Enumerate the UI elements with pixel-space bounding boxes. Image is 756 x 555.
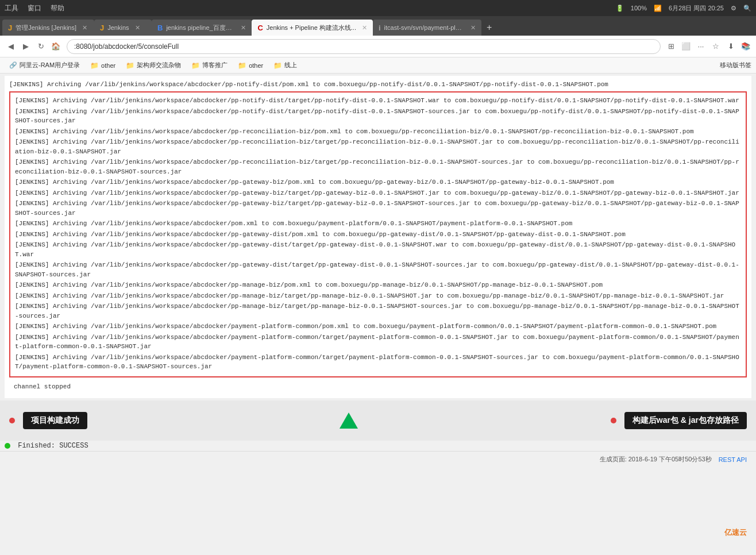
- console-line: [JENKINS] Archiving /var/lib/jenkins/wor…: [15, 199, 741, 218]
- console-line: [JENKINS] Archiving /var/lib/jenkins/wor…: [15, 260, 741, 279]
- tab-label-1: 管理Jenkins [Jenkins]: [16, 24, 76, 32]
- qr-icon[interactable]: ⊞: [665, 41, 677, 52]
- console-line: [JENKINS] Archiving /var/lib/jenkins/wor…: [15, 280, 741, 290]
- rest-api-link[interactable]: REST API: [719, 456, 747, 463]
- tab-pipeline-search[interactable]: B jenkins pipeline_百度搜索 ✕: [152, 20, 252, 36]
- address-bar: ◀ ▶ ↻ 🏠 ⊞ ⬜ ··· ☆ ⬇ 📚: [0, 36, 756, 57]
- console-line: [JENKINS] Archiving /var/lib/jenkins/wor…: [15, 137, 741, 156]
- history-icon[interactable]: 📚: [740, 41, 751, 52]
- tab-close-4[interactable]: ✕: [362, 24, 367, 32]
- console-line: [JENKINS] Archiving /var/lib/jenkins/wor…: [15, 302, 741, 321]
- tab-label-2: Jenkins: [107, 24, 129, 31]
- online-label: 线上: [284, 61, 297, 70]
- nav-buttons: ◀ ▶ ↻ 🏠: [5, 40, 62, 53]
- time-display: 6月28日 周四 20:25: [669, 4, 724, 13]
- tab-icon-3: B: [157, 24, 163, 32]
- aliyun-label: 阿里云-RAM用户登录: [20, 61, 80, 70]
- console-line: [JENKINS] Archiving /var/lib/jenkins/wor…: [15, 219, 741, 229]
- finished-line: Finished: SUCCESS: [0, 441, 756, 451]
- console-line: [JENKINS] Archiving /var/lib/jenkins/wor…: [15, 188, 741, 198]
- tab-icon-5: i: [379, 24, 381, 32]
- generated-text: 生成页面: 2018-6-19 下午05时50分53秒: [600, 455, 712, 464]
- search-icon[interactable]: 🔍: [743, 5, 751, 12]
- menu-bar: 工具 窗口 帮助: [5, 3, 64, 13]
- forward-button[interactable]: ▶: [20, 40, 32, 53]
- refresh-button[interactable]: ↻: [34, 40, 47, 53]
- bookmark-other-2-label: other: [249, 62, 263, 69]
- console-line: [JENKINS] Archiving /var/lib/jenkins/wor…: [15, 96, 741, 106]
- mobile-bookmark[interactable]: 移动版书签: [720, 61, 751, 70]
- wifi-icon: 📶: [654, 5, 662, 12]
- bookmark-other-1[interactable]: 📁 other: [86, 60, 120, 71]
- download-icon[interactable]: ⬇: [725, 41, 736, 52]
- tab-bar: J 管理Jenkins [Jenkins] ✕ J Jenkins ✕ B je…: [0, 16, 756, 36]
- bookmark-other-2[interactable]: 📁 other: [233, 60, 268, 71]
- annotation-section: 项目构建成功 构建后war包 & jar包存放路径: [0, 400, 756, 441]
- console-post: channel stopped: [9, 380, 747, 394]
- tab-icon-1: J: [8, 24, 12, 32]
- tab-jenkins[interactable]: J Jenkins ✕: [94, 20, 152, 36]
- tab-jenkins-pipeline[interactable]: C Jenkins + Pipeline 构建流水线... ✕: [252, 20, 373, 36]
- console-line: [JENKINS] Archiving /var/lib/jenkins/wor…: [15, 230, 741, 240]
- console-pre-top: [JENKINS] Archiving /var/lib/jenkins/wor…: [9, 80, 747, 89]
- tab-label-4: Jenkins + Pipeline 构建流水线...: [267, 24, 356, 32]
- bookmark-aliyun[interactable]: 🔗 阿里云-RAM用户登录: [5, 60, 84, 71]
- red-dot-2: [611, 418, 616, 423]
- tab-label-3: jenkins pipeline_百度搜索: [166, 24, 235, 32]
- menu-help[interactable]: 帮助: [51, 3, 64, 13]
- bluetooth-icon: ⚙: [731, 5, 736, 12]
- folder-icon-2: 📁: [126, 61, 134, 70]
- menu-tool[interactable]: 工具: [5, 3, 18, 13]
- bookmark-online[interactable]: 📁 线上: [269, 60, 302, 71]
- folder-icon-3: 📁: [191, 61, 200, 70]
- arrow-container: [87, 413, 611, 429]
- star-icon[interactable]: ☆: [710, 41, 722, 52]
- bookmarks-bar: 🔗 阿里云-RAM用户登录 📁 other 📁 架构师交流杂物 📁 博客推广 📁…: [0, 57, 756, 74]
- console-line: [JENKINS] Archiving /var/lib/jenkins/wor…: [15, 127, 741, 137]
- console-container: [JENKINS] Archiving /var/lib/jenkins/wor…: [5, 76, 751, 398]
- tab-close-1[interactable]: ✕: [82, 24, 87, 32]
- more-icon[interactable]: ···: [695, 41, 707, 52]
- console-line: [JENKINS] Archiving /var/lib/jenkins/wor…: [15, 178, 741, 187]
- tab-close-5[interactable]: ✕: [470, 24, 476, 32]
- folder-icon-4: 📁: [238, 61, 246, 70]
- new-tab-button[interactable]: +: [481, 20, 497, 36]
- console-line: [JENKINS] Archiving /var/lib/jenkins/wor…: [15, 333, 741, 352]
- channel-stopped-line: channel stopped: [14, 382, 742, 392]
- back-button[interactable]: ◀: [5, 40, 17, 53]
- system-tray: 🔋 100% 📶 6月28日 周四 20:25 ⚙ 🔍: [616, 4, 751, 13]
- folder-icon-5: 📁: [273, 61, 282, 70]
- console-line: [JENKINS] Archiving /var/lib/jenkins/wor…: [15, 240, 741, 259]
- annotation-right: 构建后war包 & jar包存放路径: [611, 412, 747, 429]
- annotation-left: 项目构建成功: [9, 412, 87, 429]
- tab-icon-4: C: [257, 24, 263, 32]
- green-up-arrow: [340, 413, 358, 429]
- red-dot-1: [9, 418, 15, 423]
- menu-window[interactable]: 窗口: [28, 3, 41, 13]
- bookmark-other-1-label: other: [101, 62, 115, 69]
- tab-icon-2: J: [100, 24, 104, 32]
- tab-close-3[interactable]: ✕: [241, 24, 246, 32]
- watermark: 亿速云: [724, 527, 747, 538]
- url-input[interactable]: [67, 39, 661, 54]
- annotation-bubble-1: 项目构建成功: [23, 412, 87, 429]
- architecture-label: 架构师交流杂物: [137, 61, 181, 70]
- split-icon[interactable]: ⬜: [680, 41, 692, 52]
- aliyun-icon: 🔗: [9, 61, 17, 69]
- console-line: [JENKINS] Archiving /var/lib/jenkins/wor…: [15, 291, 741, 301]
- console-line: [JENKINS] Archiving /var/lib/jenkins/wor…: [15, 157, 741, 176]
- bookmark-blog[interactable]: 📁 博客推广: [187, 60, 232, 71]
- battery-text: 100%: [631, 5, 647, 11]
- green-dot-finished: [5, 443, 10, 449]
- console-box: [JENKINS] Archiving /var/lib/jenkins/wor…: [9, 91, 747, 377]
- footer-bar: 生成页面: 2018-6-19 下午05时50分53秒 REST API: [0, 451, 756, 467]
- tab-close-2[interactable]: ✕: [135, 24, 140, 32]
- battery-icon: 🔋: [616, 5, 624, 12]
- tab-manage-jenkins[interactable]: J 管理Jenkins [Jenkins] ✕: [2, 20, 94, 36]
- home-button[interactable]: 🏠: [49, 40, 62, 53]
- title-bar: 工具 窗口 帮助 🔋 100% 📶 6月28日 周四 20:25 ⚙ 🔍: [0, 0, 756, 16]
- tab-itcast[interactable]: i itcast-svn/svn/payment-platform/c... ✕: [373, 20, 481, 36]
- blog-label: 博客推广: [202, 61, 227, 70]
- bookmark-architecture[interactable]: 📁 架构师交流杂物: [121, 60, 186, 71]
- annotation-bubble-2: 构建后war包 & jar包存放路径: [624, 412, 747, 429]
